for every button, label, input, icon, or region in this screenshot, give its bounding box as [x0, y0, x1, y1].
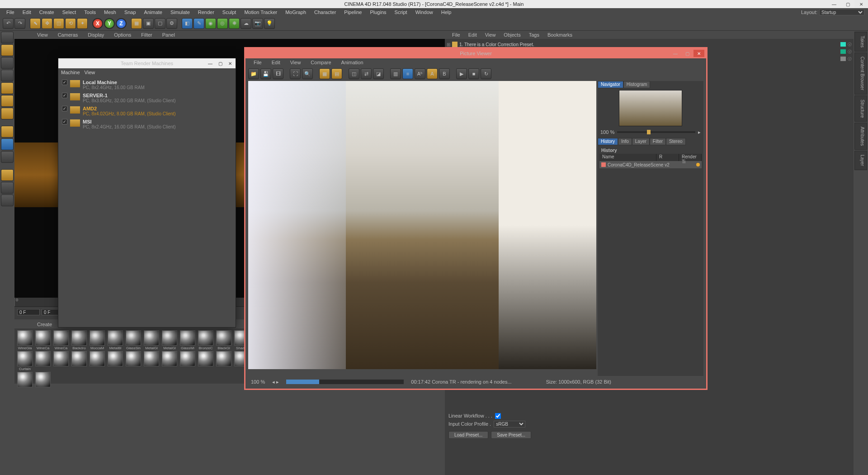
- material-item[interactable]: MetalBl: [107, 330, 124, 350]
- pv-film-icon[interactable]: 🎞: [273, 68, 283, 79]
- pv-open-icon[interactable]: 📁: [248, 68, 259, 79]
- cube-icon[interactable]: ◧: [182, 18, 193, 29]
- obj-menu-tags[interactable]: Tags: [525, 31, 543, 38]
- pv-history-row[interactable]: CoronaC4D_ReleaseScene v2: [599, 161, 702, 168]
- menu-snap[interactable]: Snap: [121, 9, 140, 16]
- pv-diff-icon[interactable]: ◪: [373, 68, 384, 79]
- team-render-window[interactable]: Team Render Machines —▢✕ MachineView ✓Lo…: [58, 58, 236, 328]
- dock-tab-takes[interactable]: Takes: [854, 32, 867, 52]
- light-icon[interactable]: 💡: [264, 18, 275, 29]
- dock-tab-structure[interactable]: Structure: [854, 95, 867, 122]
- menu-plugins[interactable]: Plugins: [366, 9, 390, 16]
- pv-layer-icon[interactable]: ≡: [402, 68, 413, 79]
- poly-mode-icon[interactable]: [1, 108, 14, 119]
- pv-tab-info[interactable]: Info: [618, 138, 632, 145]
- locked-icon[interactable]: [1, 182, 14, 194]
- axis-mode-icon[interactable]: [1, 126, 14, 138]
- menu-script[interactable]: Script: [391, 9, 411, 16]
- pv-tab-history[interactable]: History: [598, 138, 618, 145]
- menu-mesh[interactable]: Mesh: [100, 9, 120, 16]
- pv-tab-stereo[interactable]: Stereo: [666, 138, 685, 145]
- vp-menu-filter[interactable]: Filter: [137, 31, 156, 38]
- material-item[interactable]: [52, 351, 70, 371]
- menu-pipeline[interactable]: Pipeline: [340, 9, 365, 16]
- material-item[interactable]: [179, 351, 196, 371]
- pv-swap-icon[interactable]: ⇄: [361, 68, 372, 79]
- material-item[interactable]: [34, 351, 52, 371]
- pv-render-view[interactable]: [248, 81, 596, 369]
- renderregion-icon[interactable]: ▢: [155, 18, 165, 29]
- pv-nav-icon[interactable]: ▦: [319, 68, 330, 79]
- soft-icon[interactable]: [1, 195, 14, 206]
- linear-workflow-checkbox[interactable]: [495, 413, 501, 419]
- pv-menu-view[interactable]: View: [286, 59, 306, 66]
- menu-sculpt[interactable]: Sculpt: [219, 9, 240, 16]
- vp-menu-display[interactable]: Display: [83, 31, 108, 38]
- material-item[interactable]: Backdro: [71, 330, 88, 350]
- deformer-icon[interactable]: ❋: [229, 18, 240, 29]
- lasttool-icon[interactable]: ✦: [77, 18, 88, 29]
- nurbs-icon[interactable]: ◉: [205, 18, 216, 29]
- menu-character[interactable]: Character: [311, 9, 340, 16]
- pv-close-icon[interactable]: ✕: [693, 50, 704, 57]
- menu-motion tracker[interactable]: Motion Tracker: [241, 9, 281, 16]
- dock-tab-content-browser[interactable]: Content Browser: [854, 52, 867, 94]
- material-item[interactable]: [125, 351, 142, 371]
- pv-zoom-icon[interactable]: 🔍: [302, 68, 313, 79]
- material-item[interactable]: [161, 351, 178, 371]
- menu-window[interactable]: Window: [412, 9, 437, 16]
- material-item[interactable]: Curtain: [16, 351, 33, 371]
- vp-menu-panel[interactable]: Panel: [158, 31, 179, 38]
- tr-maximize-icon[interactable]: ▢: [216, 60, 225, 67]
- pv-minimize-icon[interactable]: —: [670, 50, 681, 57]
- menu-select[interactable]: Select: [59, 9, 80, 16]
- pv-status-step-icon[interactable]: ◂ ▸: [272, 379, 279, 385]
- pv-col-r[interactable]: R: [656, 154, 679, 161]
- tr-checkbox[interactable]: ✓: [62, 80, 67, 85]
- rendersettings-icon[interactable]: ⚙: [166, 18, 177, 29]
- rotate-tool-icon[interactable]: ⟲: [65, 18, 76, 29]
- pv-play-icon[interactable]: ▶: [456, 68, 467, 79]
- layout-dropdown[interactable]: Startup: [819, 9, 864, 15]
- pv-titlebar[interactable]: Picture Viewer —▢✕: [245, 48, 706, 58]
- scale-tool-icon[interactable]: ◫: [53, 18, 64, 29]
- tr-machine-list[interactable]: ✓Local MachinePC, 8x2.4GHz, 16.00 GB RAM…: [58, 76, 236, 133]
- menu-edit[interactable]: Edit: [19, 9, 35, 16]
- coord-icon[interactable]: ▦: [131, 18, 142, 29]
- pv-filter-icon[interactable]: ▥: [390, 68, 401, 79]
- tr-menu-machine[interactable]: Machine: [61, 70, 80, 75]
- obj-menu-objects[interactable]: Objects: [500, 31, 524, 38]
- snap-icon[interactable]: [1, 169, 14, 181]
- obj-menu-bookmarks[interactable]: Bookmarks: [544, 31, 576, 38]
- pv-menu-compare[interactable]: Compare: [306, 59, 335, 66]
- mat-menu-create[interactable]: Create: [33, 321, 57, 328]
- save-preset-button[interactable]: Save Preset...: [491, 431, 531, 439]
- point-mode-icon[interactable]: [1, 82, 14, 94]
- tr-menu-view[interactable]: View: [85, 70, 95, 75]
- tr-checkbox[interactable]: ✓: [62, 106, 67, 111]
- menu-help[interactable]: Help: [438, 9, 455, 16]
- material-item[interactable]: [143, 351, 160, 371]
- pv-menu-animation[interactable]: Animation: [337, 59, 368, 66]
- material-item[interactable]: [71, 351, 88, 371]
- tweak-icon[interactable]: [1, 138, 14, 150]
- tr-machine-row[interactable]: ✓MSIPC, 8x2.4GHz, 16.00 GB RAM, (Studio …: [60, 118, 234, 131]
- frame-start-input[interactable]: [17, 309, 40, 315]
- pv-tab-navigator[interactable]: Navigator: [598, 81, 623, 88]
- pv-maximize-icon[interactable]: ▢: [682, 50, 693, 57]
- redo-icon[interactable]: ↷: [14, 18, 25, 29]
- menu-simulate[interactable]: Simulate: [167, 9, 193, 16]
- minimize-icon[interactable]: —: [827, 0, 841, 8]
- pv-loop-icon[interactable]: ↻: [481, 68, 491, 79]
- material-item[interactable]: WineCa: [52, 330, 70, 350]
- dock-tab-attributes[interactable]: Attributes: [854, 123, 867, 150]
- object-swatch[interactable]: [840, 57, 846, 61]
- maximize-icon[interactable]: ▢: [841, 0, 854, 8]
- select-tool-icon[interactable]: ⬉: [30, 18, 41, 29]
- material-item[interactable]: WineGla: [16, 330, 33, 350]
- material-item[interactable]: [89, 351, 106, 371]
- tr-checkbox[interactable]: ✓: [62, 119, 67, 124]
- material-item[interactable]: MoccaM: [89, 330, 106, 350]
- pv-b-icon[interactable]: B: [439, 68, 450, 79]
- material-item[interactable]: BlackGl: [215, 330, 232, 350]
